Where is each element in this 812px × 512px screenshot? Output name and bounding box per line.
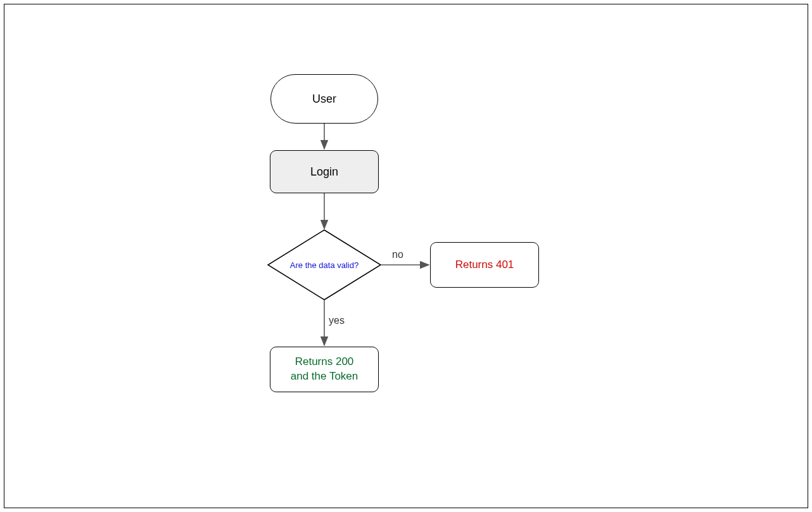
- node-login-label: Login: [310, 165, 338, 179]
- arrow-decision-to-200: [323, 300, 326, 349]
- node-decision-label: Are the data valid?: [267, 260, 381, 270]
- node-result-401-label: Returns 401: [455, 258, 514, 272]
- edge-label-no: no: [392, 249, 403, 260]
- node-user: User: [270, 74, 378, 124]
- node-login: Login: [270, 150, 379, 193]
- node-result-200: Returns 200 and the Token: [270, 347, 379, 392]
- node-result-401: Returns 401: [430, 242, 539, 288]
- arrow-user-to-login: [323, 124, 326, 151]
- node-result-200-label: Returns 200 and the Token: [291, 355, 358, 384]
- node-user-label: User: [312, 93, 336, 106]
- flowchart-canvas: User Login Are the data valid? Returns 4…: [4, 4, 808, 508]
- edge-label-yes: yes: [329, 315, 345, 326]
- arrow-login-to-decision: [323, 193, 326, 231]
- node-decision: Are the data valid?: [267, 229, 381, 300]
- arrow-decision-to-401: [381, 264, 432, 266]
